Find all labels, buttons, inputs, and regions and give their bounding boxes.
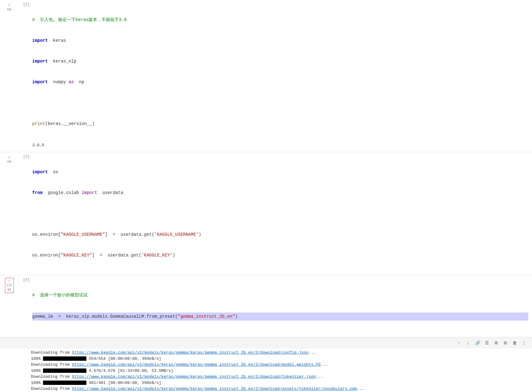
dl-link-2[interactable]: https://www.kaggle.com/api/v1/models/ker… <box>72 362 321 367</box>
cell-4-gutter: ✓ 2分 钟 <box>0 275 19 337</box>
dl-link-4[interactable]: https://www.kaggle.com/api/v1/models/ker… <box>72 386 357 391</box>
dl-line-2: Downloading from https://www.kaggle.com/… <box>31 362 532 368</box>
kw-import3: import <box>32 80 48 84</box>
dl-link-3[interactable]: https://www.kaggle.com/api/v1/models/ker… <box>72 374 316 379</box>
dl-line-1: Downloading from https://www.kaggle.com/… <box>31 350 532 356</box>
cell-3-code: import os from google.colab import userd… <box>32 155 528 273</box>
cell-3-time: 4秒 <box>7 160 12 164</box>
toolbar-settings-btn[interactable]: ⚙ <box>492 338 500 347</box>
comment: # 引入包, 验证一下keras版本，不能低于3.0 <box>32 17 127 22</box>
cell-4-output-area: Downloading from https://www.kaggle.com/… <box>0 348 532 392</box>
dl-line-3: Downloading from https://www.kaggle.com/… <box>31 374 532 380</box>
cell-4-content: # 选择一个较小的模型试试 gemma_lm = keras_nlp.model… <box>31 275 532 337</box>
kw-import5: import <box>82 190 97 195</box>
progress-2: 100% 4.67G/4.67G [01:33<00:00, 53.5MB/s] <box>31 368 532 374</box>
toolbar-down-btn[interactable]: ↓ <box>464 338 473 347</box>
cell-3-content: import os from google.colab import userd… <box>31 152 532 275</box>
cell-3-gutter: ✓ 4秒 <box>0 152 19 275</box>
cell-2-gutter: ✓ 6秒 <box>0 0 19 152</box>
cell-4-status-box: ✓ 2分 钟 <box>5 278 14 293</box>
cell-3-check: ✓ <box>8 155 11 160</box>
cell-4-check: ✓ <box>8 279 11 283</box>
progress-bar-3 <box>43 381 86 385</box>
cell-2: ✓ 6秒 [2] # 引入包, 验证一下keras版本，不能低于3.0 impo… <box>0 0 532 152</box>
cell-4-output-gutter <box>0 348 31 392</box>
cell-4-code: # 选择一个较小的模型试试 gemma_lm = keras_nlp.model… <box>32 278 528 334</box>
kw-import2: import <box>32 59 48 64</box>
progress-1: 100% 554/554 [00:00<00:00, 394kB/s] <box>31 356 532 362</box>
toolbar-link-btn[interactable]: 🔗 <box>473 338 482 347</box>
toolbar-more-btn[interactable]: ⋮ <box>520 338 528 347</box>
kw-import4: import <box>32 170 48 174</box>
cell-4-comment: # 选择一个较小的模型试试 <box>32 293 88 298</box>
progress-bar-2 <box>43 368 86 373</box>
kw-from: from <box>32 190 43 195</box>
cell-4-time: 2分 钟 <box>6 283 12 292</box>
kw-as: as <box>69 80 74 84</box>
toolbar-copy-btn[interactable]: ⧉ <box>501 338 510 347</box>
cell-4-number: [4] <box>19 275 31 337</box>
cell-2-status: ✓ 6秒 <box>7 2 12 12</box>
progress-bar-1 <box>43 356 86 361</box>
dl-line-4: Downloading from https://www.kaggle.com/… <box>31 386 532 392</box>
progress-3: 100% 401/401 [00:00<00:00, 298kB/s] <box>31 380 532 386</box>
toolbar-delete-btn[interactable]: 🗑 <box>510 338 519 347</box>
toolbar-up-btn[interactable]: ↑ <box>455 338 463 347</box>
cell-3-number: [3] <box>19 152 31 275</box>
dl-link-1[interactable]: https://www.kaggle.com/api/v1/models/ker… <box>72 350 309 355</box>
cell-2-output: 3.0.5 <box>32 141 528 150</box>
cell-2-time: 6秒 <box>7 7 12 12</box>
cell-4-toolbar: ↑ ↓ 🔗 ☰ ⚙ ⧉ 🗑 ⋮ <box>0 337 532 348</box>
toolbar-menu-btn[interactable]: ☰ <box>482 338 491 347</box>
cell-4-output: Downloading from https://www.kaggle.com/… <box>31 348 532 392</box>
cell-2-content: # 引入包, 验证一下keras版本，不能低于3.0 import keras … <box>31 0 532 152</box>
cell-2-number: [2] <box>19 0 31 152</box>
kw-import: import <box>32 38 48 43</box>
cell-2-check: ✓ <box>8 2 11 7</box>
cell-2-code: # 引入包, 验证一下keras版本，不能低于3.0 import keras … <box>32 2 528 141</box>
cell-3-status: ✓ 4秒 <box>7 155 12 164</box>
cell-4: ✓ 2分 钟 [4] # 选择一个较小的模型试试 gemma_lm = kera… <box>0 275 532 392</box>
output-version: 3.0.5 <box>32 142 528 149</box>
notebook: ✓ 6秒 [2] # 引入包, 验证一下keras版本，不能低于3.0 impo… <box>0 0 532 392</box>
cell-3: ✓ 4秒 [3] import os from google.colab imp… <box>0 152 532 275</box>
func-print: print <box>32 121 45 126</box>
